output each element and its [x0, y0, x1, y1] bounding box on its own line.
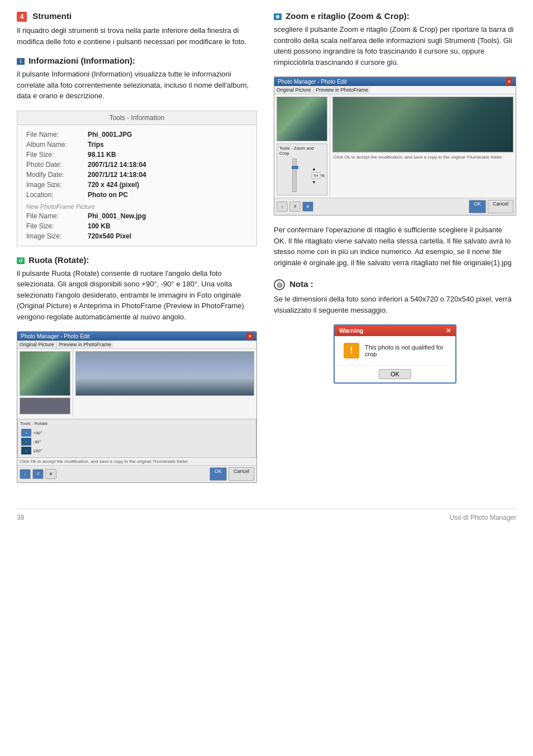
zoom-footer-note: Click Ok to accept the modification, and… [332, 154, 513, 161]
zoom-down-arrow: ▼ [312, 180, 325, 185]
section-informazioni: i Informazioni (Information): il pulsant… [17, 56, 257, 246]
rotate-right-panel [73, 349, 256, 417]
info-tool-btn[interactable]: i [20, 469, 31, 479]
rotate-footer-note: Click Ok to accept the modification, and… [17, 458, 256, 465]
rotate-tool-btn[interactable]: ↺ [32, 469, 44, 479]
rotate-thumb-img [20, 398, 70, 414]
info-value: Photo on PC [85, 190, 250, 200]
strumenti-title: 4 Strumenti [17, 11, 257, 22]
section-nota: ⊝ Nota : Se le dimensioni della foto son… [274, 279, 516, 384]
information-icon: i [17, 58, 25, 65]
section-zoom: ⊕ Zoom e ritaglio (Zoom & Crop): sceglie… [274, 11, 516, 216]
table-row: Image Size:720 x 424 (pixel) [24, 180, 250, 190]
info-value: Trips [85, 140, 250, 150]
zoom-dialog-screenshot: Photo Manager - Photo Edit ✕ Original Pi… [274, 76, 516, 216]
new-frame-label: New PhotoFrame Picture [24, 200, 250, 211]
tools-info-header: Tools - Information [17, 111, 256, 125]
warning-titlebar: Warning ✕ [335, 326, 455, 336]
info-value: 2007/1/12 14:18:04 [85, 160, 250, 170]
zoom-tool-btn[interactable]: ⊕ [45, 469, 56, 479]
nota-title: ⊝ Nota : [274, 279, 516, 290]
tools-info-box: Tools - Information File Name:Phi_0001.J… [17, 111, 257, 246]
zoom-original-img [277, 97, 327, 141]
zoom-close-icon: ✕ [506, 78, 512, 85]
table-row: Modify Date:2007/1/12 14:18:04 [24, 170, 250, 180]
info-label: Modify Date: [24, 170, 85, 180]
rotate-90plus-icon: + [21, 429, 31, 437]
rotate-icon: ↺ [17, 257, 25, 264]
info-value: 2007/1/12 14:18:04 [85, 170, 250, 180]
informazioni-title: i Informazioni (Information): [17, 56, 257, 65]
info-value: 98.11 KB [85, 150, 250, 160]
nota-body: Se le dimensioni della foto sono inferio… [274, 294, 516, 315]
rotate-preview-img [75, 351, 254, 396]
warning-ok-button[interactable]: OK [379, 369, 411, 379]
new-info-label: File Name: [24, 211, 85, 221]
zoom-unit: % [321, 173, 325, 178]
zoom-slider-thumb [292, 166, 298, 169]
zoom-tools-panel: Tools - Zoom and Crop ▲ 94 % [277, 143, 327, 195]
warning-close-icon[interactable]: ✕ [446, 327, 451, 334]
warning-message: This photo is not qualified for crop [365, 344, 446, 357]
section-ruota: ↺ Ruota (Rotate): il pulsante Ruota (Rot… [17, 255, 257, 484]
rotate-ok-button[interactable]: OK [210, 467, 227, 481]
table-row: Album Name:Trips [24, 140, 250, 150]
zoom-zoom-btn[interactable]: ⊕ [302, 202, 313, 212]
warning-footer: OK [335, 365, 455, 382]
info-value: Phi_0001.JPG [85, 130, 250, 140]
rotate-180-icon: ↕ [21, 447, 31, 454]
footer-text: Uso di Photo Manager [450, 514, 516, 521]
zoom-tab-preview: Preview in PhotoFrame [314, 86, 371, 94]
warning-alert-icon: ! [344, 343, 359, 358]
rotate-tools-panel: Tools - Rotate + +90° - -90° ↕ 180° [17, 419, 256, 458]
info-label: File Name: [24, 130, 85, 140]
dialog-close-icon: ✕ [246, 333, 253, 339]
rotate-tab-preview: Preview in PhotoFrame [57, 341, 114, 348]
zoom-info-btn[interactable]: i [277, 202, 288, 212]
zoom-ok-button[interactable]: OK [469, 200, 486, 213]
info-label: Album Name: [24, 140, 85, 150]
zoom-rotate-btn[interactable]: ↺ [289, 202, 301, 212]
rotate-dialog-screenshot: Photo Manager - Photo Edit ✕ Original Pi… [17, 331, 257, 483]
rotate-tool-buttons: i ↺ ⊕ [20, 467, 56, 481]
warning-body: ! This photo is not qualified for crop [335, 336, 455, 365]
rotate-90minus-btn[interactable]: - -90° [21, 438, 253, 446]
table-row: File Size:100 KB [24, 221, 250, 231]
zoom-dialog-titlebar: Photo Manager - Photo Edit ✕ [274, 77, 516, 86]
table-row: Location:Photo on PC [24, 190, 250, 200]
section-crop-result: Per confermare l'operazione di ritaglio … [274, 224, 516, 268]
table-row: File Name:Phi_0001_New.jpg [24, 211, 250, 221]
table-row: File Size:98.11 KB [24, 150, 250, 160]
ruota-body: il pulsante Ruota (Rotate) consente di r… [17, 268, 257, 323]
strumenti-body: Il riquadro degli strumenti si trova nel… [17, 25, 257, 47]
rotate-dialog-actions: OK Cancel [210, 467, 254, 481]
zoom-preview-img [332, 97, 513, 152]
info-label: Location: [24, 190, 85, 200]
rotate-90minus-icon: - [21, 438, 31, 446]
nota-icon: ⊝ [274, 279, 285, 290]
rotate-tab-original: Original Picture [17, 341, 57, 348]
warning-title: Warning [339, 327, 364, 334]
info-label: File Size: [24, 150, 85, 160]
rotate-90plus-btn[interactable]: + +90° [21, 429, 253, 437]
section-strumenti: 4 Strumenti Il riquadro degli strumenti … [17, 11, 257, 47]
zoom-dialog-actions: OK Cancel [469, 200, 513, 213]
page-number: 38 [17, 514, 24, 521]
zoom-right-panel: Click Ok to accept the modification, and… [330, 94, 516, 198]
zoom-tool-buttons: i ↺ ⊕ [277, 200, 313, 213]
zoom-slider-track[interactable] [292, 159, 297, 192]
new-info-label: File Size: [24, 221, 85, 231]
new-info-value: 720x540 Pixel [85, 231, 250, 241]
zoom-left-panel: Tools - Zoom and Crop ▲ 94 % [274, 94, 330, 198]
ruota-title: ↺ Ruota (Rotate): [17, 255, 257, 265]
section-badge: 4 [17, 12, 27, 22]
page-footer: 38 Uso di Photo Manager [17, 509, 516, 521]
new-info-value: 100 KB [85, 221, 250, 231]
zoom-up-arrow: ▲ [312, 166, 325, 171]
rotate-180-btn[interactable]: ↕ 180° [21, 447, 253, 454]
crop-result-body: Per confermare l'operazione di ritaglio … [274, 224, 516, 268]
rotate-cancel-button[interactable]: Cancel [229, 467, 254, 481]
rotate-left-panel [17, 349, 73, 417]
zoom-cancel-button[interactable]: Cancel [488, 200, 513, 213]
zoom-body: scegliere il pulsante Zoom e ritaglio (Z… [274, 24, 516, 68]
